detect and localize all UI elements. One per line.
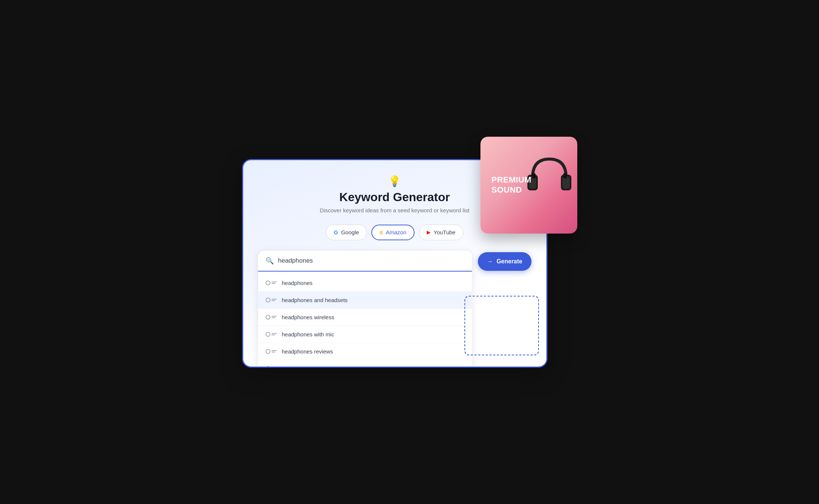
search-input-row: 🔍 [258,251,472,272]
youtube-icon: ▶ [427,229,431,235]
search-section: 🔍 headphones [258,251,531,368]
suggestion-text-6: headphones bluetooth [282,365,337,368]
suggestions-dropdown: headphones headphones and headsets [258,272,472,368]
search-icon: 🔍 [266,257,274,265]
amazon-icon: a [380,229,383,236]
list-item[interactable]: headphones bluetooth [258,360,472,368]
suggestion-text-1: headphones [282,280,313,286]
arrow-right-icon: → [487,258,493,265]
keyword-icon-5 [266,349,277,354]
search-container: 🔍 headphones [258,251,472,368]
list-item[interactable]: headphones with mic [258,326,472,343]
scene: 💡 Keyword Generator Discover keyword ide… [242,137,577,368]
tab-google[interactable]: G Google [326,225,367,240]
suggestion-text-2: headphones and headsets [282,297,348,303]
google-icon: G [334,229,338,235]
amazon-tab-label: Amazon [386,229,406,235]
keyword-icon-1 [266,280,277,285]
generate-label: Generate [496,258,522,265]
product-text-line2: SOUND [492,185,522,194]
suggestion-text-5: headphones reviews [282,348,333,355]
youtube-tab-label: YouTube [434,229,455,235]
list-item[interactable]: headphones and headsets [258,292,472,308]
keyword-icon-3 [266,315,277,320]
tab-youtube[interactable]: ▶ YouTube [419,225,463,240]
suggestions-list: headphones headphones and headsets [258,272,472,368]
list-item[interactable]: headphones wireless [258,309,472,326]
list-item[interactable]: headphones [258,275,472,291]
suggestion-text-3: headphones wireless [282,314,334,320]
product-card-text: PREMIUM SOUND [492,175,531,195]
product-text-line1: PREMIUM [492,175,531,184]
tab-amazon[interactable]: a Amazon [371,225,415,240]
keyword-icon-4 [266,332,277,337]
svg-rect-8 [532,173,536,178]
search-input[interactable] [278,257,465,264]
svg-rect-9 [563,173,567,178]
suggestion-text-4: headphones with mic [282,331,334,337]
generate-button[interactable]: → Generate [478,252,531,271]
list-item[interactable]: headphones reviews [258,343,472,360]
google-tab-label: Google [341,229,359,235]
keyword-icon-2 [266,298,277,302]
product-card: PREMIUM SOUND [480,137,577,234]
keyword-icon-6 [266,366,277,368]
